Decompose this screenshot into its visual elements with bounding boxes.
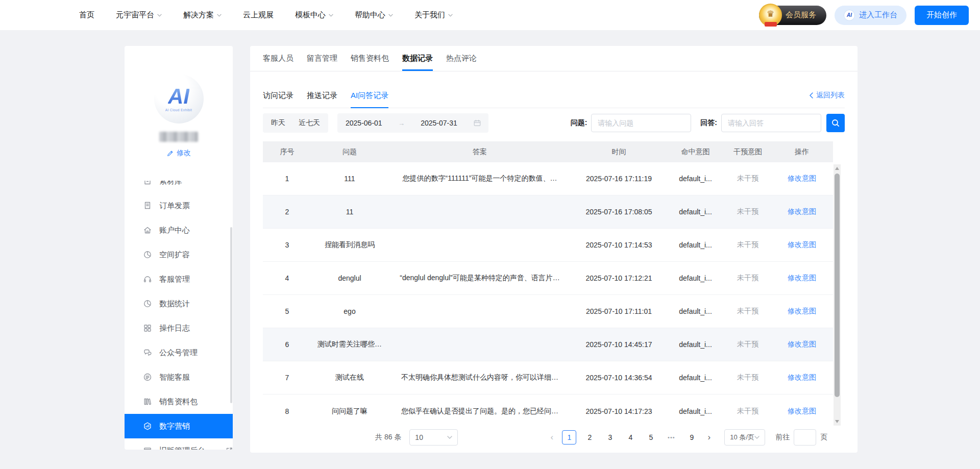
start-create-button[interactable]: 开始创作	[915, 6, 969, 25]
action-edit-intent-link[interactable]: 修改意图	[771, 174, 833, 183]
sidebar-item-订单发票[interactable]: 订单发票	[125, 193, 233, 218]
headset-icon	[143, 275, 152, 284]
nav-item-5[interactable]: 模板中心	[295, 10, 333, 20]
nav-item-label: 元宇宙平台	[116, 10, 154, 20]
action-edit-intent-link[interactable]: 修改意图	[771, 207, 833, 216]
table-scrollbar[interactable]	[834, 164, 841, 426]
cell-intent: default_i...	[666, 175, 725, 183]
sidebar-item-账户中心[interactable]: 账户中心	[125, 218, 233, 242]
sidebar-item-素材库[interactable]: 素材库	[125, 181, 233, 193]
cell-question: 11	[311, 208, 388, 216]
nav-item-label: 解决方案	[183, 10, 214, 20]
sidebar-item-公众号管理[interactable]: 公众号管理	[125, 340, 233, 365]
answer-input[interactable]	[721, 114, 821, 132]
sidebar-item-旧版管理后台[interactable]: 旧版管理后台	[125, 438, 233, 450]
page-4[interactable]: 4	[623, 430, 638, 445]
sidebar-item-数字营销[interactable]: 数字营销	[125, 414, 233, 438]
cell-intervene: 未干预	[725, 307, 771, 316]
scroll-up-icon[interactable]	[835, 167, 839, 170]
avatar[interactable]: AI AI Cloud Exhibit	[154, 74, 204, 124]
column-header-答案: 答案	[388, 147, 572, 157]
nav-item-1[interactable]: 首页	[79, 10, 94, 20]
date-range-picker[interactable]: 2025-06-01 → 2025-07-31	[337, 113, 488, 133]
page-size-per-select[interactable]: 10 条/页	[724, 429, 765, 446]
edit-profile-link[interactable]: 修改	[125, 149, 233, 158]
nav-item-3[interactable]: 解决方案	[183, 10, 222, 20]
goto-page-input[interactable]	[794, 429, 816, 446]
page-2[interactable]: 2	[582, 430, 597, 445]
pie-icon	[143, 299, 152, 308]
answer-label: 回答:	[700, 118, 717, 128]
scroll-down-icon[interactable]	[835, 420, 839, 423]
calendar-icon	[473, 119, 481, 127]
sidebar-item-label: 数字营销	[159, 422, 190, 431]
action-edit-intent-link[interactable]: 修改意图	[771, 240, 833, 250]
cell-question: 测试在线	[311, 373, 388, 382]
cell-no: 8	[263, 407, 311, 415]
sidebar-item-空间扩容[interactable]: 空间扩容	[125, 242, 233, 267]
tab-客服人员[interactable]: 客服人员	[263, 46, 293, 71]
column-header-命中意图: 命中意图	[666, 147, 725, 157]
sidebar-scrollbar[interactable]	[230, 227, 232, 403]
sidebar-item-label: 订单发票	[159, 201, 190, 211]
action-edit-intent-link[interactable]: 修改意图	[771, 307, 833, 316]
page-9[interactable]: 9	[684, 430, 699, 445]
hexagon-icon	[143, 422, 152, 431]
sidebar-menu: 素材库订单发票账户中心空间扩容客服管理数据统计操作日志公众号管理智能客服销售资料…	[125, 181, 233, 450]
nav-item-4[interactable]: 云上观展	[243, 10, 274, 20]
nav-item-7[interactable]: 关于我们	[414, 10, 453, 20]
tab-销售资料包[interactable]: 销售资料包	[351, 46, 389, 71]
avatar-caption: AI Cloud Exhibit	[165, 108, 192, 112]
nav-item-6[interactable]: 帮助中心	[355, 10, 393, 20]
question-input[interactable]	[591, 114, 691, 132]
table-row: 3捏能看到消息吗2025-07-10 17:14:53default_i...未…	[263, 229, 833, 262]
subtab-AI问答记录[interactable]: AI问答记录	[351, 91, 388, 108]
search-button[interactable]	[826, 114, 845, 132]
table-body: 1111您提供的数字“111111”可能是一个特定的数值、…2025-07-16…	[263, 162, 833, 428]
cell-time: 2025-07-10 14:45:17	[572, 340, 666, 349]
subtab-推送记录[interactable]: 推送记录	[307, 91, 337, 108]
action-edit-intent-link[interactable]: 修改意图	[771, 340, 833, 349]
nav-items: 首页元宇宙平台解决方案云上观展模板中心帮助中心关于我们	[79, 10, 453, 20]
cell-no: 4	[263, 274, 311, 282]
tab-留言管理[interactable]: 留言管理	[307, 46, 337, 71]
sidebar-item-客服管理[interactable]: 客服管理	[125, 267, 233, 291]
page: 首页元宇宙平台解决方案云上观展模板中心帮助中心关于我们 ♛ 会员服务 AI 进入…	[0, 0, 980, 469]
page-size-select[interactable]: 10	[409, 429, 458, 446]
next-page-icon[interactable]: ›	[705, 432, 713, 442]
sidebar-item-销售资料包[interactable]: 销售资料包	[125, 389, 233, 414]
goto-suffix: 页	[820, 433, 827, 442]
scrollbar-thumb[interactable]	[835, 174, 840, 397]
doc-circle-icon	[143, 373, 152, 382]
action-edit-intent-link[interactable]: 修改意图	[771, 407, 833, 416]
action-edit-intent-link[interactable]: 修改意图	[771, 373, 833, 382]
page-1[interactable]: 1	[562, 430, 576, 445]
monitor-icon	[143, 446, 152, 450]
search-filters: 问题: 回答:	[571, 114, 845, 132]
back-to-list-link[interactable]: 返回列表	[809, 91, 845, 107]
sidebar-item-智能客服[interactable]: 智能客服	[125, 365, 233, 389]
cell-intervene: 未干预	[725, 274, 771, 283]
cell-intervene: 未干预	[725, 174, 771, 183]
member-service-button[interactable]: ♛ 会员服务	[759, 6, 826, 25]
nav-item-2[interactable]: 元宇宙平台	[116, 10, 162, 20]
sidebar-item-操作日志[interactable]: 操作日志	[125, 316, 233, 340]
page-3[interactable]: 3	[603, 430, 617, 445]
date-arrow-icon: →	[398, 119, 405, 127]
yesterday-button[interactable]: 昨天	[271, 118, 285, 128]
last7days-button[interactable]: 近七天	[299, 118, 320, 128]
search-icon	[831, 118, 840, 128]
prev-page-icon[interactable]: ‹	[548, 432, 556, 442]
cell-answer: 您似乎在确认是否提出了问题。是的，您已经问…	[388, 407, 572, 416]
sidebar-item-label: 智能客服	[159, 373, 190, 382]
tab-热点评论[interactable]: 热点评论	[446, 46, 477, 71]
username-blurred	[159, 132, 198, 142]
page-5[interactable]: 5	[644, 430, 658, 445]
enter-workspace-button[interactable]: AI 进入工作台	[835, 6, 906, 25]
tab-数据记录[interactable]: 数据记录	[402, 46, 433, 71]
subtab-访问记录[interactable]: 访问记录	[263, 91, 293, 108]
cell-intent: default_i...	[666, 241, 725, 249]
sidebar-item-数据统计[interactable]: 数据统计	[125, 291, 233, 316]
goto-label: 前往	[775, 433, 790, 442]
action-edit-intent-link[interactable]: 修改意图	[771, 274, 833, 283]
